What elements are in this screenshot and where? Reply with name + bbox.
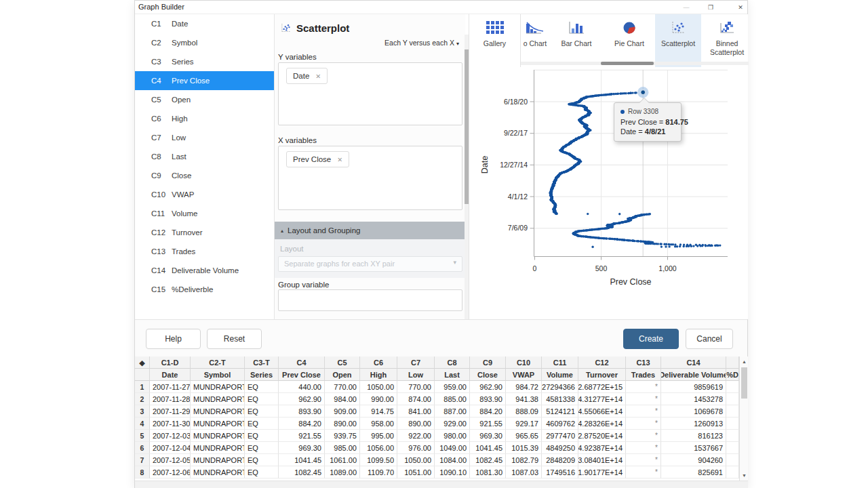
column-id-header[interactable]: C8 (435, 357, 470, 369)
cell[interactable]: 929.00 (435, 418, 470, 430)
column-id-header[interactable]: C9 (470, 357, 506, 369)
cell[interactable]: 1041.45 (279, 454, 325, 466)
close-icon[interactable]: ✕ (732, 1, 749, 14)
column-id-header[interactable]: C10 (506, 357, 542, 369)
cell[interactable]: MUNDRAPORT (191, 405, 245, 418)
cell[interactable]: * (626, 430, 661, 442)
cell[interactable]: 3.08401E+14 (578, 454, 626, 466)
cell[interactable]: 941.38 (506, 393, 542, 405)
column-id-header[interactable]: C14 (661, 357, 726, 369)
cell[interactable]: MUNDRAPORT (191, 381, 245, 393)
cell[interactable]: EQ (245, 393, 279, 405)
row-number[interactable]: 5 (135, 430, 150, 442)
cell[interactable] (726, 442, 739, 454)
cell[interactable]: 816123 (661, 430, 726, 442)
cell[interactable]: 969.30 (279, 442, 325, 454)
column-name-header[interactable]: Volume (542, 369, 578, 381)
remove-chip-icon[interactable]: ✕ (315, 73, 321, 80)
cell[interactable]: 2007-12-05 (150, 454, 191, 466)
cell[interactable]: * (626, 405, 661, 418)
worksheet-vertical-scrollbar[interactable]: ▲ ▼ (739, 357, 748, 481)
cell[interactable]: 884.20 (470, 405, 506, 418)
cell[interactable]: 1260913 (661, 418, 726, 430)
cell[interactable]: MUNDRAPORT (191, 466, 245, 479)
scroll-up-icon[interactable]: ▲ (740, 357, 749, 366)
cell[interactable]: 990.00 (360, 393, 397, 405)
scroll-down-icon[interactable]: ▼ (740, 471, 749, 480)
cell[interactable]: 2007-11-30 (150, 418, 191, 430)
worksheet-grid[interactable]: ◆C1-DC2-TC3-TC4C5C6C7C8C9C10C11C12C13C14… (135, 357, 739, 481)
column-item-symbol[interactable]: C2Symbol (135, 33, 274, 52)
cell[interactable]: * (626, 393, 661, 405)
remove-chip-icon[interactable]: ✕ (337, 156, 342, 163)
cell[interactable]: 2848209 (542, 454, 578, 466)
column-id-header[interactable]: C4 (279, 357, 325, 369)
column-item-deliverable-volume[interactable]: C14Deliverable Volume (135, 261, 274, 280)
cell[interactable]: MUNDRAPORT (191, 418, 245, 430)
cell[interactable]: 2007-11-28 (150, 393, 191, 405)
x-variable-chip[interactable]: Prev Close ✕ (286, 151, 349, 167)
group-variable-dropzone[interactable] (278, 289, 462, 311)
column-name-header[interactable]: High (360, 369, 397, 381)
column-item--deliverble[interactable]: C15%Deliverble (135, 280, 274, 299)
cell[interactable] (726, 466, 739, 479)
cell[interactable]: 1061.00 (325, 454, 360, 466)
cell[interactable]: 2007-12-04 (150, 442, 191, 454)
cell[interactable]: 888.09 (506, 405, 542, 418)
gallery-item-gallery-grid[interactable]: Gallery (469, 14, 521, 67)
cell[interactable]: 1082.79 (506, 454, 542, 466)
cell[interactable]: 890.00 (325, 418, 360, 430)
reset-button[interactable]: Reset (207, 329, 262, 349)
column-item-volume[interactable]: C11Volume (135, 204, 274, 223)
column-name-header[interactable]: Series (245, 369, 279, 381)
cell[interactable]: 921.55 (470, 418, 506, 430)
cell[interactable]: * (626, 381, 661, 393)
cell[interactable]: 890.00 (397, 418, 435, 430)
cell[interactable] (726, 381, 739, 393)
cell[interactable]: 1089.00 (325, 466, 360, 479)
cell[interactable]: 9859619 (661, 381, 726, 393)
cell[interactable]: EQ (245, 466, 279, 479)
cell[interactable]: 984.00 (325, 393, 360, 405)
cell[interactable]: 2007-11-29 (150, 405, 191, 418)
column-id-header[interactable]: C13 (626, 357, 661, 369)
column-name-header[interactable]: Date (150, 369, 191, 381)
cell[interactable]: 958.00 (360, 418, 397, 430)
row-number[interactable]: 6 (135, 442, 150, 454)
gallery-item-pie-chart[interactable]: Pie Chart (604, 14, 655, 67)
cell[interactable]: 4581338 (542, 393, 578, 405)
cell[interactable]: 1.90177E+14 (578, 466, 626, 479)
column-item-date[interactable]: C1Date (135, 14, 274, 33)
cell[interactable]: 2007-12-03 (150, 430, 191, 442)
cell[interactable]: EQ (245, 454, 279, 466)
column-id-header[interactable]: C1-D (150, 357, 191, 369)
cell[interactable]: 1090.10 (435, 466, 470, 479)
cell[interactable]: 985.00 (325, 442, 360, 454)
cell[interactable]: 904260 (661, 454, 726, 466)
column-item-vwap[interactable]: C10VWAP (135, 185, 274, 204)
cell[interactable]: 1050.00 (360, 381, 397, 393)
cell[interactable]: 2977470 (542, 430, 578, 442)
cell[interactable]: 2007-11-27 (150, 381, 191, 393)
cell[interactable] (726, 430, 739, 442)
cell[interactable]: 887.00 (435, 405, 470, 418)
column-item-prev-close[interactable]: C4Prev Close (135, 71, 274, 90)
cell[interactable]: EQ (245, 430, 279, 442)
cell[interactable]: 909.00 (325, 405, 360, 418)
scatterplot-preview[interactable]: 6/18/209/22/1712/27/144/1/127/6/0905001,… (468, 65, 748, 291)
cell[interactable]: EQ (245, 442, 279, 454)
cell[interactable]: 825691 (661, 466, 726, 479)
gallery-item-bar-chart[interactable]: Bar Chart (549, 14, 604, 67)
cell[interactable]: 893.90 (279, 405, 325, 418)
gallery-item-binned-scatterplot[interactable]: Binned Scatterplot (701, 14, 753, 67)
cell[interactable]: * (626, 466, 661, 479)
column-id-header[interactable] (726, 357, 739, 369)
cell[interactable]: 770.00 (325, 381, 360, 393)
cell[interactable]: 984.72 (506, 381, 542, 393)
x-variables-dropzone[interactable]: Prev Close ✕ (278, 146, 462, 210)
cell[interactable]: 4609762 (542, 418, 578, 430)
cell[interactable] (726, 393, 739, 405)
cell[interactable] (726, 418, 739, 430)
cell[interactable]: 921.55 (279, 430, 325, 442)
cell[interactable]: 841.00 (397, 405, 435, 418)
